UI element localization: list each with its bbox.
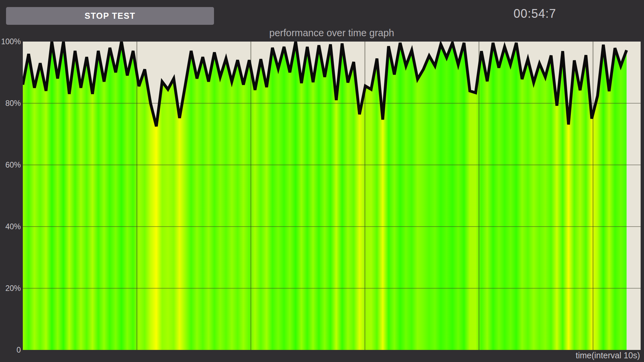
chart-title: performance over time graph bbox=[23, 27, 641, 39]
performance-chart-canvas bbox=[23, 42, 641, 350]
x-axis-label: time(interval 10s) bbox=[576, 351, 640, 360]
performance-chart bbox=[23, 42, 641, 350]
y-tick-label: 40% bbox=[0, 222, 21, 232]
elapsed-time-label: 00:54:7 bbox=[514, 7, 556, 21]
y-tick-label: 100% bbox=[0, 37, 21, 47]
y-tick-label: 0 bbox=[0, 345, 21, 355]
y-tick-label: 60% bbox=[0, 160, 21, 170]
y-tick-label: 80% bbox=[0, 98, 21, 108]
y-tick-label: 20% bbox=[0, 283, 21, 293]
stop-test-button[interactable]: STOP TEST bbox=[6, 7, 214, 25]
